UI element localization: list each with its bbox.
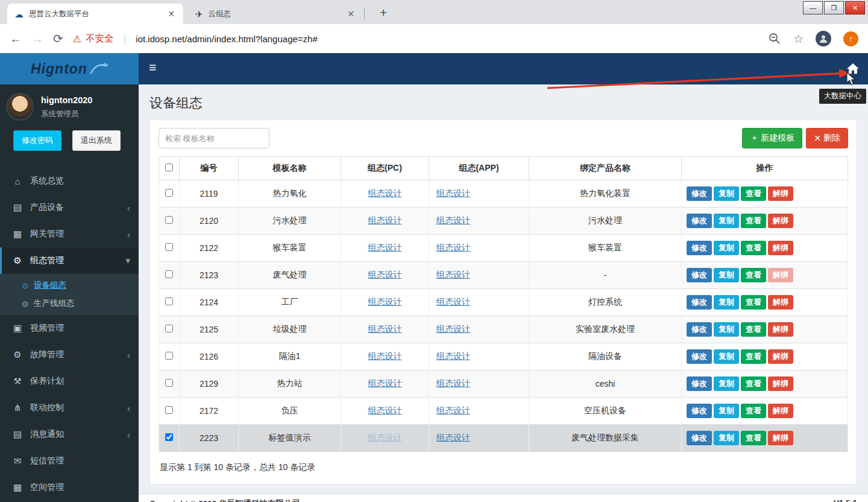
action-edit-button[interactable]: 修改 — [687, 268, 712, 282]
refresh-icon[interactable]: ⟳ — [53, 31, 63, 46]
close-window-button[interactable]: ✕ — [845, 1, 865, 14]
app-config-link[interactable]: 组态设计 — [436, 433, 470, 442]
row-checkbox[interactable] — [165, 189, 173, 197]
action-unbind-button[interactable]: 解绑 — [768, 241, 793, 255]
close-tab-icon[interactable]: ✕ — [166, 9, 176, 19]
action-view-button[interactable]: 查看 — [741, 322, 766, 337]
logout-button[interactable]: 退出系统 — [72, 130, 121, 151]
action-view-button[interactable]: 查看 — [741, 349, 766, 364]
app-config-link[interactable]: 组态设计 — [436, 378, 470, 388]
pc-config-link[interactable]: 组态设计 — [368, 270, 402, 279]
action-edit-button[interactable]: 修改 — [687, 322, 712, 337]
url-text[interactable]: iot.idosp.net/admin/index.html?language=… — [136, 34, 317, 44]
action-edit-button[interactable]: 修改 — [687, 349, 712, 364]
sidebar-item-消息通知[interactable]: ▤消息通知‹ — [0, 421, 139, 448]
action-view-button[interactable]: 查看 — [741, 404, 766, 418]
action-view-button[interactable]: 查看 — [741, 241, 766, 255]
sidebar-subitem-设备组态[interactable]: ⊙设备组态 — [0, 276, 139, 294]
action-copy-button[interactable]: 复制 — [714, 376, 739, 391]
pc-config-link[interactable]: 组态设计 — [368, 433, 402, 442]
action-edit-button[interactable]: 修改 — [687, 186, 712, 201]
new-template-button[interactable]: ＋ 新建模板 — [742, 128, 802, 148]
browser-tab-inactive[interactable]: ✈ 云组态 ✕ — [188, 4, 363, 24]
action-edit-button[interactable]: 修改 — [687, 295, 712, 310]
sidebar-item-产品设备[interactable]: ▤产品设备‹ — [0, 194, 139, 221]
row-checkbox[interactable] — [165, 270, 173, 278]
browser-tab-active[interactable]: ☁ 思普云大数据平台 ✕ — [7, 4, 183, 24]
sidebar-item-空间管理[interactable]: ▦空间管理 — [0, 474, 139, 501]
action-copy-button[interactable]: 复制 — [714, 268, 739, 282]
row-checkbox[interactable] — [165, 243, 173, 251]
back-icon[interactable]: ← — [10, 32, 22, 46]
action-unbind-button[interactable]: 解绑 — [768, 268, 793, 282]
pc-config-link[interactable]: 组态设计 — [368, 243, 402, 252]
action-unbind-button[interactable]: 解绑 — [768, 431, 793, 445]
maximize-button[interactable]: ❐ — [824, 1, 844, 14]
security-warning[interactable]: ⚠ 不安全 — [73, 33, 114, 45]
action-copy-button[interactable]: 复制 — [714, 214, 739, 228]
zoom-icon[interactable] — [768, 32, 781, 45]
row-checkbox[interactable] — [165, 297, 173, 305]
action-unbind-button[interactable]: 解绑 — [768, 214, 793, 228]
action-view-button[interactable]: 查看 — [741, 268, 766, 282]
action-view-button[interactable]: 查看 — [741, 186, 766, 201]
row-checkbox[interactable] — [165, 379, 173, 387]
app-config-link[interactable]: 组态设计 — [436, 297, 470, 307]
pc-config-link[interactable]: 组态设计 — [368, 215, 402, 225]
sidebar-item-保养计划[interactable]: ⚒保养计划 — [0, 368, 139, 395]
profile-avatar-icon[interactable] — [816, 31, 831, 46]
action-edit-button[interactable]: 修改 — [687, 431, 712, 445]
pc-config-link[interactable]: 组态设计 — [368, 188, 402, 198]
home-button[interactable] — [841, 58, 864, 80]
app-config-link[interactable]: 组态设计 — [436, 405, 470, 415]
pc-config-link[interactable]: 组态设计 — [368, 324, 402, 334]
app-config-link[interactable]: 组态设计 — [436, 243, 470, 252]
action-edit-button[interactable]: 修改 — [687, 214, 712, 228]
action-view-button[interactable]: 查看 — [741, 431, 766, 445]
sidebar-item-联动控制[interactable]: ⋔联动控制‹ — [0, 395, 139, 421]
app-config-link[interactable]: 组态设计 — [436, 215, 470, 225]
hignton-logo[interactable]: Hignton — [0, 53, 139, 84]
search-input[interactable] — [159, 128, 269, 148]
sidebar-subitem-生产线组态[interactable]: ⊙生产线组态 — [0, 294, 139, 313]
delete-button[interactable]: ✕ 删除 — [806, 128, 848, 148]
sidebar-item-组态管理[interactable]: ⚙组态管理▾ — [0, 247, 139, 274]
action-view-button[interactable]: 查看 — [741, 214, 766, 228]
change-password-button[interactable]: 修改密码 — [13, 130, 61, 151]
action-copy-button[interactable]: 复制 — [714, 295, 739, 310]
sidebar-item-系统总览[interactable]: ⌂系统总览 — [0, 168, 139, 194]
action-unbind-button[interactable]: 解绑 — [768, 376, 793, 391]
forward-icon[interactable]: → — [31, 32, 43, 46]
row-checkbox[interactable] — [165, 352, 173, 360]
action-view-button[interactable]: 查看 — [741, 295, 766, 310]
select-all-checkbox[interactable] — [165, 164, 173, 171]
action-unbind-button[interactable]: 解绑 — [768, 295, 793, 310]
app-config-link[interactable]: 组态设计 — [436, 270, 470, 279]
hamburger-menu-icon[interactable]: ≡ — [149, 61, 156, 74]
action-unbind-button[interactable]: 解绑 — [768, 322, 793, 337]
action-copy-button[interactable]: 复制 — [714, 322, 739, 337]
sidebar-item-网关管理[interactable]: ▦网关管理‹ — [0, 221, 139, 247]
app-config-link[interactable]: 组态设计 — [436, 188, 470, 198]
browser-update-icon[interactable]: ↑ — [843, 31, 858, 46]
new-tab-button[interactable]: + — [375, 4, 392, 21]
action-copy-button[interactable]: 复制 — [714, 404, 739, 418]
minimize-button[interactable]: — — [803, 1, 823, 14]
app-config-link[interactable]: 组态设计 — [436, 351, 470, 361]
sidebar-item-视频管理[interactable]: ▣视频管理 — [0, 315, 139, 342]
action-copy-button[interactable]: 复制 — [714, 241, 739, 255]
row-checkbox[interactable] — [165, 216, 173, 224]
action-unbind-button[interactable]: 解绑 — [768, 404, 793, 418]
sidebar-item-故障管理[interactable]: ⚙故障管理‹ — [0, 342, 139, 368]
action-copy-button[interactable]: 复制 — [714, 431, 739, 445]
action-edit-button[interactable]: 修改 — [687, 404, 712, 418]
action-copy-button[interactable]: 复制 — [714, 186, 739, 201]
row-checkbox[interactable] — [165, 406, 173, 414]
pc-config-link[interactable]: 组态设计 — [368, 405, 402, 415]
pc-config-link[interactable]: 组态设计 — [368, 297, 402, 307]
bookmark-star-icon[interactable]: ☆ — [793, 32, 804, 46]
sidebar-item-短信管理[interactable]: ✉短信管理 — [0, 448, 139, 474]
action-edit-button[interactable]: 修改 — [687, 376, 712, 391]
action-unbind-button[interactable]: 解绑 — [768, 186, 793, 201]
action-unbind-button[interactable]: 解绑 — [768, 349, 793, 364]
